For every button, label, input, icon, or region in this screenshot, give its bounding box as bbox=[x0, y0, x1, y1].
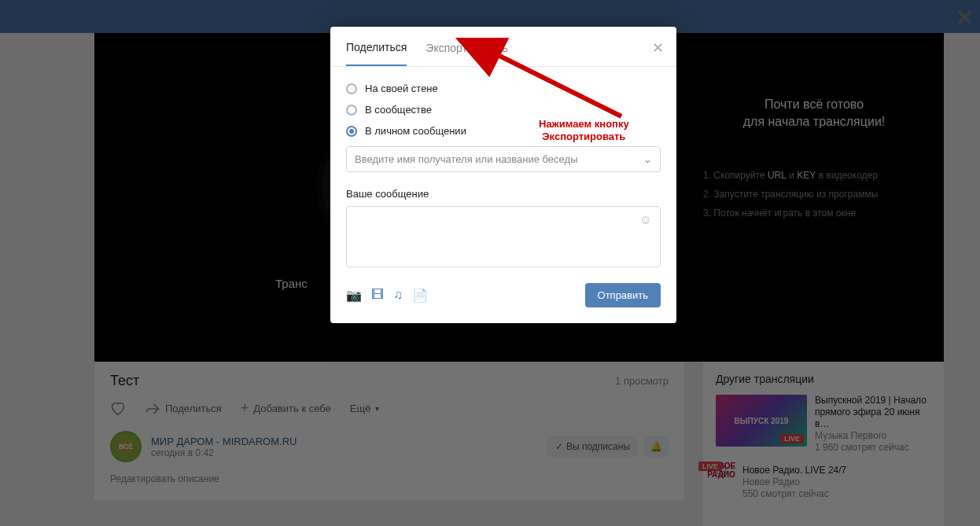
send-button[interactable]: Отправить bbox=[585, 283, 661, 307]
emoji-icon[interactable]: ☺ bbox=[639, 213, 652, 227]
recipient-placeholder: Введите имя получателя или название бесе… bbox=[355, 153, 577, 165]
tab-share[interactable]: Поделиться bbox=[346, 27, 407, 66]
radio-label: В сообществе bbox=[365, 104, 432, 116]
recipient-select[interactable]: Введите имя получателя или название бесе… bbox=[346, 146, 661, 172]
attach-video-icon[interactable]: 🎞 bbox=[371, 288, 384, 303]
attach-doc-icon[interactable]: 📄 bbox=[412, 288, 428, 303]
modal-close-button[interactable]: ✕ bbox=[652, 39, 664, 57]
radio-label: На своей стене bbox=[365, 83, 438, 94]
attach-audio-icon[interactable]: ♫ bbox=[393, 288, 403, 303]
radio-icon bbox=[346, 105, 357, 116]
radio-icon bbox=[346, 83, 357, 94]
annotation-text: Нажимаем кнопку Экспортировать bbox=[539, 118, 629, 143]
message-label: Ваше сообщение bbox=[346, 188, 661, 200]
svg-line-1 bbox=[492, 52, 621, 116]
chevron-down-icon: ⌄ bbox=[643, 153, 652, 165]
message-textarea[interactable]: ☺ bbox=[346, 206, 661, 267]
attach-photo-icon[interactable]: 📷 bbox=[346, 288, 362, 303]
radio-icon bbox=[346, 126, 357, 137]
